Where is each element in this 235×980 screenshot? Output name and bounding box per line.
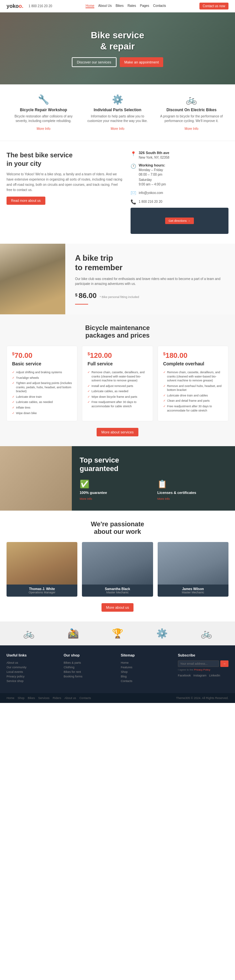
clock-icon: 🕐 xyxy=(131,164,136,169)
footer: Useful links About us Our community Loca… xyxy=(0,645,235,693)
package-full-features: Remove chain, cassette, derailleurs, and… xyxy=(87,370,147,409)
trip-title: A bike trip to remember xyxy=(75,253,225,272)
footer-bottom-bikes[interactable]: Bikes xyxy=(28,697,35,700)
team-card-samantha: Samantha Black Master Mechanic xyxy=(82,542,153,597)
top-service-image xyxy=(0,446,72,511)
nav-home[interactable]: Home xyxy=(85,4,94,8)
footer-link-service[interactable]: Service shop xyxy=(6,679,24,682)
brands-row: 🚲 🚵 🏆 ⚙️ 🚲 xyxy=(0,622,235,645)
footer-subscribe: Subscribe → I agree to the Privacy Polic… xyxy=(178,653,229,683)
nav-links: Home About Us Bikes Rates Pages Contacts xyxy=(85,4,166,8)
nav-rates[interactable]: Rates xyxy=(128,4,136,8)
nav-pages[interactable]: Pages xyxy=(140,4,149,8)
nav-about[interactable]: About Us xyxy=(98,4,112,8)
nav-contacts[interactable]: Contacts xyxy=(153,4,166,8)
nav-bikes[interactable]: Bikes xyxy=(115,4,123,8)
footer-shop-booking[interactable]: Booking forms xyxy=(64,675,83,678)
top-service-licenses: 📋 Licenses & certificates More Info xyxy=(157,479,227,501)
logo: yokoo. xyxy=(6,3,24,9)
copyright: Theme305 © 2024. All Rights Reserved. xyxy=(176,697,229,700)
feature-parts-selection: ⚙️ Individual Parts Selection Informatio… xyxy=(80,94,155,131)
top-service-section: Top service guaranteed ✅ 100% guarantee … xyxy=(0,446,235,511)
gear-icon: ⚙️ xyxy=(84,94,151,105)
phone-icon: 📞 xyxy=(131,199,136,204)
nav-cta-button[interactable]: Contact us now xyxy=(199,3,229,10)
footer-shop-rent[interactable]: Bikes for rent xyxy=(64,670,81,673)
subscribe-email-input[interactable] xyxy=(178,660,219,667)
subscribe-button[interactable]: → xyxy=(220,660,229,667)
trip-image xyxy=(0,244,65,314)
wrench-icon: 🔧 xyxy=(10,94,77,105)
brand-icon-3: 🏆 xyxy=(112,628,123,639)
package-overhaul-features: Remove chain, cassette, derailleurs, and… xyxy=(163,370,223,413)
privacy-link[interactable]: Privacy Policy xyxy=(194,668,210,671)
social-linkedin[interactable]: LinkedIn xyxy=(209,674,220,677)
footer-bottom-riders[interactable]: Riders xyxy=(53,697,62,700)
hero-title: Bike service & repair xyxy=(91,30,144,52)
team-card-james: James Wilson Master Mechanic xyxy=(158,542,229,597)
trip-description: Our bike club was created for enthusiast… xyxy=(75,277,225,286)
footer-sitemap-contacts[interactable]: Contacts xyxy=(121,679,132,682)
team-card-thomas: Thomas J. White Operations Manager xyxy=(6,542,77,597)
social-facebook[interactable]: Facebook xyxy=(178,674,191,677)
more-about-us-button[interactable]: More about us xyxy=(101,603,134,612)
feature-repair-link[interactable]: More Info xyxy=(36,127,50,130)
discover-services-button[interactable]: Discover our services xyxy=(72,57,117,67)
team-photo-james xyxy=(158,542,229,584)
about-description: Welcome to Yokoo! We're a bike shop, a f… xyxy=(6,172,124,192)
package-full: $120.00 Full service Remove chain, casse… xyxy=(82,346,153,422)
footer-sitemap-blog[interactable]: Blog xyxy=(121,675,127,678)
footer-sitemap-shop[interactable]: Shop xyxy=(121,670,128,673)
footer-bottom-shop[interactable]: Shop xyxy=(17,697,24,700)
footer-shop-bikes[interactable]: Bikes & parts xyxy=(64,661,81,664)
social-instagram[interactable]: Instagram xyxy=(194,674,207,677)
footer-useful-links: Useful links About us Our community Loca… xyxy=(6,653,57,683)
footer-sitemap-features[interactable]: Features xyxy=(121,666,132,669)
feature-parts-link[interactable]: More Info xyxy=(110,127,125,130)
top-service-guarantee: ✅ 100% guarantee More Info xyxy=(80,479,150,501)
package-basic: $70.00 Basic service Adjust shifting and… xyxy=(6,346,77,422)
footer-bottom-home[interactable]: Home xyxy=(6,697,14,700)
about-read-more-button[interactable]: Read more about us xyxy=(6,197,46,205)
email-icon: ✉️ xyxy=(131,190,136,196)
passionate-section: We're passionate about our work Thomas J… xyxy=(0,511,235,622)
passionate-heading: We're passionate about our work xyxy=(6,520,229,536)
footer-link-privacy[interactable]: Privacy policy xyxy=(6,675,24,678)
feature-repair-workshop: 🔧 Bicycle Repair Workshop Bicycle restor… xyxy=(6,94,80,131)
certificate-icon: 📋 xyxy=(157,479,227,489)
package-basic-features: Adjust shifting and braking systems True… xyxy=(12,370,72,416)
footer-link-events[interactable]: Local events xyxy=(6,670,23,673)
package-overhaul: $180.00 Complete overhaul Remove chain, … xyxy=(158,346,229,422)
footer-bottom: Home Shop Bikes Services Riders About us… xyxy=(0,693,235,703)
footer-bottom-contacts[interactable]: Contacts xyxy=(79,697,91,700)
footer-bottom-about[interactable]: About us xyxy=(65,697,76,700)
map-box[interactable]: Get directions → xyxy=(131,208,229,234)
top-service-heading: Top service guaranteed xyxy=(80,456,227,473)
nav-phone: 1 800 216 20 20 xyxy=(29,4,52,8)
navigation: yokoo. 1 800 216 20 20 Home About Us Bik… xyxy=(0,0,235,13)
features-section: 🔧 Bicycle Repair Workshop Bicycle restor… xyxy=(0,84,235,141)
licenses-link[interactable]: More Info xyxy=(157,497,170,501)
about-section: The best bike service in your city Welco… xyxy=(0,141,235,244)
brand-icon-1: 🚲 xyxy=(23,628,35,639)
packages-section: Bicycle maintenance packages and prices … xyxy=(0,314,235,447)
make-appointment-button[interactable]: Make an appointment xyxy=(120,57,164,67)
footer-sitemap-home[interactable]: Home xyxy=(121,661,129,664)
feature-discount-link[interactable]: More Info xyxy=(185,127,199,130)
team-photo-samantha xyxy=(82,542,153,584)
more-about-services-button[interactable]: More about services xyxy=(96,428,138,436)
packages-heading: Bicycle maintenance packages and prices xyxy=(6,324,229,339)
footer-sitemap: Sitemap Home Features Shop Blog Contacts xyxy=(121,653,171,683)
team-photo-thomas xyxy=(6,542,77,584)
footer-bottom-services[interactable]: Services xyxy=(38,697,50,700)
guarantee-link[interactable]: More Info xyxy=(80,497,92,501)
footer-link-about[interactable]: About us xyxy=(6,661,18,664)
location-icon: 📍 xyxy=(131,151,136,156)
trip-section: A bike trip to remember Our bike club wa… xyxy=(0,244,235,314)
footer-link-community[interactable]: Our community xyxy=(6,666,27,669)
footer-shop-clothing[interactable]: Clothing xyxy=(64,666,74,669)
brand-icon-4: ⚙️ xyxy=(156,628,168,639)
feature-discount: 🚲 Discount On Electric Bikes A program t… xyxy=(155,94,229,131)
bike-icon: 🚲 xyxy=(158,94,225,105)
get-directions-button[interactable]: Get directions → xyxy=(165,218,194,224)
